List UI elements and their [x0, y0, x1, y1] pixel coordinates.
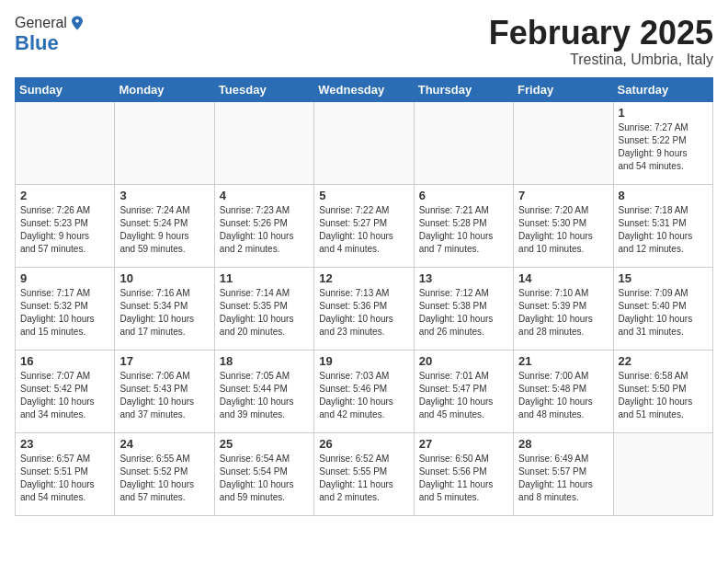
calendar-cell: 17Sunrise: 7:06 AM Sunset: 5:43 PM Dayli… [115, 350, 214, 432]
day-info: Sunrise: 7:20 AM Sunset: 5:30 PM Dayligh… [518, 204, 608, 256]
day-number: 25 [220, 437, 309, 451]
calendar-cell: 4Sunrise: 7:23 AM Sunset: 5:26 PM Daylig… [214, 184, 313, 267]
weekday-header-sunday: Sunday [16, 77, 115, 101]
day-number: 2 [20, 189, 109, 202]
calendar-cell: 1Sunrise: 7:27 AM Sunset: 5:22 PM Daylig… [613, 101, 712, 184]
day-number: 17 [119, 354, 209, 368]
calendar-cell: 14Sunrise: 7:10 AM Sunset: 5:39 PM Dayli… [514, 267, 613, 350]
calendar-cell: 20Sunrise: 7:01 AM Sunset: 5:47 PM Dayli… [414, 350, 513, 432]
day-info: Sunrise: 6:54 AM Sunset: 5:54 PM Dayligh… [220, 453, 309, 504]
day-number: 13 [419, 271, 508, 285]
day-number: 15 [619, 271, 708, 285]
day-info: Sunrise: 7:24 AM Sunset: 5:24 PM Dayligh… [119, 204, 209, 256]
day-number: 3 [119, 189, 209, 202]
weekday-header-saturday: Saturday [613, 77, 712, 101]
calendar-cell: 16Sunrise: 7:07 AM Sunset: 5:42 PM Dayli… [16, 350, 115, 432]
calendar-cell: 28Sunrise: 6:49 AM Sunset: 5:57 PM Dayli… [514, 432, 613, 515]
day-info: Sunrise: 7:10 AM Sunset: 5:39 PM Dayligh… [518, 287, 608, 339]
calendar-cell: 12Sunrise: 7:13 AM Sunset: 5:36 PM Dayli… [314, 267, 414, 350]
day-info: Sunrise: 6:58 AM Sunset: 5:50 PM Dayligh… [619, 370, 708, 421]
day-info: Sunrise: 7:27 AM Sunset: 5:22 PM Dayligh… [619, 121, 708, 173]
calendar-cell [115, 101, 214, 184]
day-info: Sunrise: 7:23 AM Sunset: 5:26 PM Dayligh… [220, 204, 309, 256]
calendar-cell: 9Sunrise: 7:17 AM Sunset: 5:32 PM Daylig… [16, 267, 115, 350]
day-number: 14 [518, 271, 608, 285]
calendar-cell: 2Sunrise: 7:26 AM Sunset: 5:23 PM Daylig… [16, 184, 115, 267]
weekday-header-monday: Monday [115, 77, 214, 101]
weekday-header-tuesday: Tuesday [214, 77, 313, 101]
day-info: Sunrise: 7:01 AM Sunset: 5:47 PM Dayligh… [419, 370, 508, 421]
day-info: Sunrise: 7:05 AM Sunset: 5:44 PM Dayligh… [220, 370, 309, 421]
day-info: Sunrise: 7:22 AM Sunset: 5:27 PM Dayligh… [319, 204, 408, 256]
calendar-cell [16, 101, 115, 184]
weekday-header-wednesday: Wednesday [314, 77, 414, 101]
calendar-cell: 11Sunrise: 7:14 AM Sunset: 5:35 PM Dayli… [214, 267, 313, 350]
calendar-cell: 7Sunrise: 7:20 AM Sunset: 5:30 PM Daylig… [514, 184, 613, 267]
day-info: Sunrise: 6:50 AM Sunset: 5:56 PM Dayligh… [419, 453, 508, 504]
day-number: 16 [20, 354, 109, 368]
day-number: 10 [119, 271, 209, 285]
day-info: Sunrise: 6:52 AM Sunset: 5:55 PM Dayligh… [319, 453, 408, 504]
day-info: Sunrise: 7:07 AM Sunset: 5:42 PM Dayligh… [20, 370, 109, 421]
day-number: 12 [319, 271, 408, 285]
logo-blue-text: Blue [15, 31, 59, 55]
day-number: 22 [619, 354, 708, 368]
calendar-table: SundayMondayTuesdayWednesdayThursdayFrid… [15, 77, 713, 516]
calendar-cell: 27Sunrise: 6:50 AM Sunset: 5:56 PM Dayli… [414, 432, 513, 515]
day-info: Sunrise: 7:03 AM Sunset: 5:46 PM Dayligh… [319, 370, 408, 421]
week-row-3: 16Sunrise: 7:07 AM Sunset: 5:42 PM Dayli… [16, 350, 713, 432]
calendar-title: February 2025 [489, 15, 713, 52]
day-info: Sunrise: 6:55 AM Sunset: 5:52 PM Dayligh… [119, 453, 209, 504]
calendar-cell [414, 101, 513, 184]
calendar-cell: 25Sunrise: 6:54 AM Sunset: 5:54 PM Dayli… [214, 432, 313, 515]
day-number: 28 [518, 437, 608, 451]
day-info: Sunrise: 7:17 AM Sunset: 5:32 PM Dayligh… [20, 287, 109, 339]
day-number: 8 [619, 189, 708, 202]
day-number: 24 [119, 437, 209, 451]
day-info: Sunrise: 6:49 AM Sunset: 5:57 PM Dayligh… [518, 453, 608, 504]
calendar-cell: 21Sunrise: 7:00 AM Sunset: 5:48 PM Dayli… [514, 350, 613, 432]
day-number: 5 [319, 189, 408, 202]
page-header: General Blue February 2025 Trestina, Umb… [15, 15, 713, 68]
calendar-cell: 6Sunrise: 7:21 AM Sunset: 5:28 PM Daylig… [414, 184, 513, 267]
week-row-2: 9Sunrise: 7:17 AM Sunset: 5:32 PM Daylig… [16, 267, 713, 350]
calendar-subtitle: Trestina, Umbria, Italy [489, 52, 713, 68]
calendar-cell: 26Sunrise: 6:52 AM Sunset: 5:55 PM Dayli… [314, 432, 414, 515]
calendar-cell [613, 432, 712, 515]
logo-general-text: General [15, 15, 67, 31]
day-info: Sunrise: 7:21 AM Sunset: 5:28 PM Dayligh… [419, 204, 508, 256]
day-number: 6 [419, 189, 508, 202]
day-info: Sunrise: 7:18 AM Sunset: 5:31 PM Dayligh… [619, 204, 708, 256]
logo-icon [69, 15, 85, 31]
calendar-cell: 13Sunrise: 7:12 AM Sunset: 5:38 PM Dayli… [414, 267, 513, 350]
day-info: Sunrise: 7:00 AM Sunset: 5:48 PM Dayligh… [518, 370, 608, 421]
weekday-header-friday: Friday [514, 77, 613, 101]
day-info: Sunrise: 7:09 AM Sunset: 5:40 PM Dayligh… [619, 287, 708, 339]
calendar-cell [214, 101, 313, 184]
day-info: Sunrise: 7:26 AM Sunset: 5:23 PM Dayligh… [20, 204, 109, 256]
calendar-cell: 5Sunrise: 7:22 AM Sunset: 5:27 PM Daylig… [314, 184, 414, 267]
weekday-header-row: SundayMondayTuesdayWednesdayThursdayFrid… [16, 77, 713, 101]
day-number: 4 [220, 189, 309, 202]
logo: General Blue [15, 15, 85, 55]
day-info: Sunrise: 6:57 AM Sunset: 5:51 PM Dayligh… [20, 453, 109, 504]
calendar-cell [514, 101, 613, 184]
day-info: Sunrise: 7:13 AM Sunset: 5:36 PM Dayligh… [319, 287, 408, 339]
day-number: 9 [20, 271, 109, 285]
weekday-header-thursday: Thursday [414, 77, 513, 101]
day-number: 1 [619, 106, 708, 120]
calendar-cell: 22Sunrise: 6:58 AM Sunset: 5:50 PM Dayli… [613, 350, 712, 432]
week-row-0: 1Sunrise: 7:27 AM Sunset: 5:22 PM Daylig… [16, 101, 713, 184]
day-number: 7 [518, 189, 608, 202]
week-row-1: 2Sunrise: 7:26 AM Sunset: 5:23 PM Daylig… [16, 184, 713, 267]
day-number: 11 [220, 271, 309, 285]
day-number: 27 [419, 437, 508, 451]
day-number: 19 [319, 354, 408, 368]
week-row-4: 23Sunrise: 6:57 AM Sunset: 5:51 PM Dayli… [16, 432, 713, 515]
day-number: 18 [220, 354, 309, 368]
day-number: 23 [20, 437, 109, 451]
calendar-cell: 18Sunrise: 7:05 AM Sunset: 5:44 PM Dayli… [214, 350, 313, 432]
day-info: Sunrise: 7:14 AM Sunset: 5:35 PM Dayligh… [220, 287, 309, 339]
calendar-cell: 8Sunrise: 7:18 AM Sunset: 5:31 PM Daylig… [613, 184, 712, 267]
calendar-cell: 19Sunrise: 7:03 AM Sunset: 5:46 PM Dayli… [314, 350, 414, 432]
